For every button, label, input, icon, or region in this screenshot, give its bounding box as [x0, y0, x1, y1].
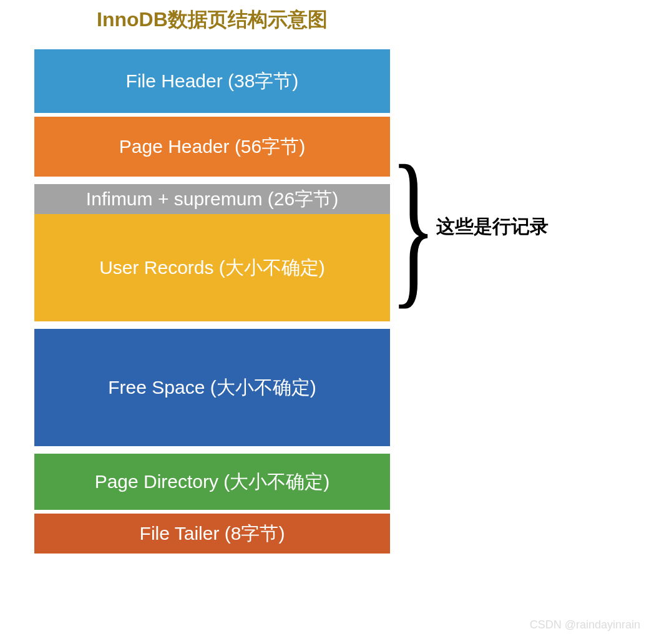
block-page-directory: Page Directory (大小不确定) — [34, 446, 390, 510]
brace-icon: } — [390, 157, 436, 296]
block-file-tailer: File Tailer (8字节) — [34, 510, 390, 554]
block-infimum: Infimum + supremum (26字节) — [34, 177, 390, 214]
block-user-records: User Records (大小不确定) — [34, 214, 390, 321]
block-file-header: File Header (38字节) — [34, 49, 390, 113]
block-free-space: Free Space (大小不确定) — [34, 321, 390, 446]
diagram-title: InnoDB数据页结构示意图 — [0, 0, 659, 49]
watermark: CSDN @raindayinrain — [530, 618, 640, 632]
diagram-container: File Header (38字节) Page Header (56字节) In… — [0, 49, 659, 554]
block-page-header: Page Header (56字节) — [34, 113, 390, 177]
annotation-text: 这些是行记录 — [436, 214, 549, 240]
blocks-column: File Header (38字节) Page Header (56字节) In… — [34, 49, 390, 554]
